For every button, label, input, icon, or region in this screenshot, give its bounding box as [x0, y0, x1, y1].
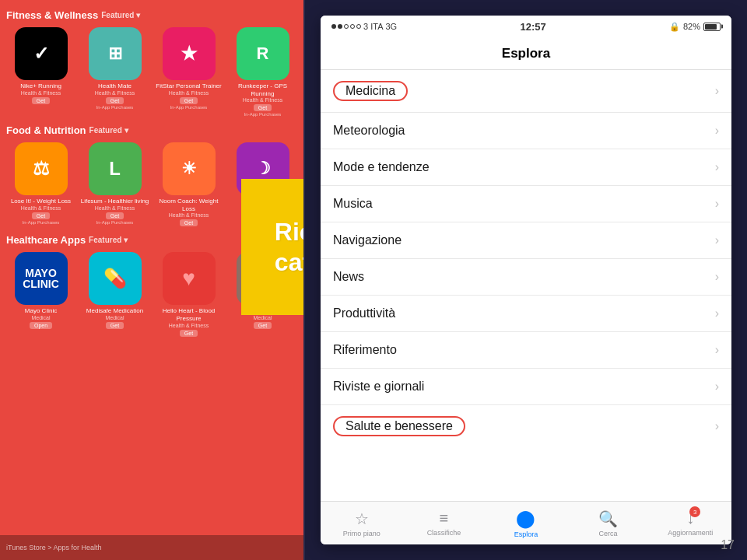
app-icon-medisafe: 💊 — [89, 252, 142, 305]
tab-label-aggiornamenti: Aggiornamenti — [668, 529, 713, 537]
right-panel: 3 ITA 3G 12:57 🔒 82% Esplora Medicina › — [321, 16, 731, 544]
category-item-riviste[interactable]: Riviste e giornali › — [321, 369, 731, 405]
app-icon-hello: ♥ — [163, 252, 216, 305]
tab-aggiornamenti[interactable]: ↓ 3 Aggiornamenti — [649, 509, 731, 537]
chevron-riviste: › — [715, 380, 719, 394]
app-icon-noom: ☀ — [163, 142, 216, 195]
app-icon-mayo: MAYOCLINIC — [15, 252, 68, 305]
carrier-label: 3 ITA — [363, 22, 383, 31]
app-item-nike: ✓ Nike+ Running Health & Fitness Get — [6, 27, 75, 117]
app-item-loseit: ⚖ Lose It! - Weight Loss Health & Fitnes… — [6, 142, 75, 226]
slide-container: Fitness & Wellness Featured ▾ ✓ Nike+ Ru… — [0, 0, 747, 560]
slide-number: 17 — [721, 538, 735, 552]
tab-label-classifiche: Classifiche — [427, 529, 461, 537]
category-item-riferimento[interactable]: Riferimento › — [321, 332, 731, 369]
chevron-riferimento: › — [715, 343, 719, 357]
chevron-produttivita: › — [715, 306, 719, 320]
get-btn-hello[interactable]: Get — [180, 330, 198, 337]
compass-icon: ⬤ — [516, 509, 535, 529]
chevron-mode: › — [715, 160, 719, 174]
status-time: 12:57 — [520, 21, 545, 33]
category-item-medicina[interactable]: Medicina › — [321, 70, 731, 113]
app-name-nike: Nike+ Running — [20, 82, 61, 90]
battery-icon — [703, 23, 721, 31]
list-icon: ≡ — [440, 509, 449, 527]
signal-dots — [331, 24, 361, 29]
panel-separator — [303, 0, 305, 560]
category-list[interactable]: Medicina › Meteorologia › Mode e tendenz… — [321, 70, 731, 501]
left-panel: Fitness & Wellness Featured ▾ ✓ Nike+ Ru… — [0, 0, 303, 560]
section-fitness-header: Fitness & Wellness Featured ▾ — [6, 9, 297, 21]
app-icon-health: ⊞ — [89, 27, 142, 80]
app-item-health: ⊞ Health Mate Health & Fitness Get In-Ap… — [80, 27, 149, 117]
signal-dot-4 — [350, 24, 355, 29]
app-icon-fitstar: ★ — [163, 27, 216, 80]
app-icon-nike: ✓ — [15, 27, 68, 80]
tab-label-primo: Primo piano — [343, 530, 381, 537]
app-icon-loseit: ⚖ — [15, 142, 68, 195]
app-item-runkeeper: R Runkeeper - GPS Running Health & Fitne… — [228, 27, 297, 117]
category-label-mode: Mode e tendenze — [333, 160, 430, 174]
nav-title: Esplora — [502, 46, 550, 61]
chevron-navigazione: › — [715, 233, 719, 247]
get-btn-runkeeper[interactable]: Get — [254, 104, 272, 111]
battery-fill — [705, 24, 717, 30]
tab-primo-piano[interactable]: ☆ Primo piano — [321, 509, 403, 537]
signal-dot-1 — [331, 24, 336, 29]
app-item-lifesum: L Lifesum - Healthier living Health & Fi… — [80, 142, 149, 226]
category-label-salute: Salute e benessere — [333, 416, 465, 436]
category-item-produttivita[interactable]: Produttività › — [321, 296, 731, 332]
category-label-medicina: Medicina — [333, 81, 408, 101]
category-label-meteorologia: Meteorologia — [333, 124, 405, 138]
itunes-bottom-bar: iTunes Store > Apps for Health — [0, 535, 303, 560]
chevron-meteorologia: › — [715, 124, 719, 138]
chevron-medicina: › — [715, 84, 719, 98]
tab-bar: ☆ Primo piano ≡ Classifiche ⬤ Esplora 🔍 … — [321, 501, 731, 544]
update-badge: 3 — [689, 506, 700, 517]
signal-dot-3 — [344, 24, 349, 29]
tab-label-esplora: Esplora — [514, 530, 538, 538]
category-label-musica: Musica — [333, 197, 373, 211]
category-label-produttivita: Produttività — [333, 306, 395, 320]
signal-dot-5 — [356, 24, 361, 29]
get-btn-health[interactable]: Get — [106, 97, 124, 104]
yellow-overlay-box: Ricerca per categoria — [241, 179, 303, 315]
get-btn-noom[interactable]: Get — [180, 219, 198, 226]
app-icon-lifesum: L — [89, 142, 142, 195]
get-btn-lifesum[interactable]: Get — [106, 212, 124, 219]
overlay-text: Ricerca per categoria — [275, 217, 303, 277]
get-btn-fitstar[interactable]: Get — [180, 97, 198, 104]
signal-dot-2 — [338, 24, 342, 29]
category-item-meteorologia[interactable]: Meteorologia › — [321, 113, 731, 149]
get-btn-nike[interactable]: Get — [32, 97, 50, 104]
nav-bar: Esplora — [321, 37, 731, 70]
update-icon: ↓ 3 — [686, 509, 694, 527]
category-label-navigazione: Navigazione — [333, 233, 402, 247]
get-btn-mychart[interactable]: Get — [254, 322, 272, 329]
network-label: 3G — [385, 22, 397, 31]
category-item-navigazione[interactable]: Navigazione › — [321, 222, 731, 259]
chevron-news: › — [715, 270, 719, 284]
tab-cerca[interactable]: 🔍 Cerca — [567, 509, 650, 537]
category-item-musica[interactable]: Musica › — [321, 186, 731, 222]
get-btn-loseit[interactable]: Get — [32, 212, 50, 219]
app-icon-runkeeper: R — [237, 27, 289, 80]
get-btn-medisafe[interactable]: Get — [106, 322, 124, 329]
status-right: 🔒 82% — [669, 22, 721, 32]
fitness-apps-grid: ✓ Nike+ Running Health & Fitness Get ⊞ H… — [6, 27, 297, 117]
tab-classifiche[interactable]: ≡ Classifiche — [403, 509, 486, 537]
open-btn-mayo[interactable]: Open — [30, 322, 52, 329]
category-item-mode[interactable]: Mode e tendenze › — [321, 149, 731, 186]
category-item-salute[interactable]: Salute e benessere › — [321, 405, 731, 447]
lock-icon: 🔒 — [669, 22, 680, 32]
category-item-news[interactable]: News › — [321, 259, 731, 296]
tab-label-cerca: Cerca — [599, 530, 618, 537]
category-label-news: News — [333, 270, 364, 284]
app-item-medisafe: 💊 Medisafe Medication Medical Get — [80, 252, 149, 336]
app-item-noom: ☀ Noom Coach: Weight Loss Health & Fitne… — [154, 142, 223, 226]
battery-percent: 82% — [683, 22, 700, 31]
app-item-fitstar: ★ FitStar Personal Trainer Health & Fitn… — [154, 27, 223, 117]
chevron-musica: › — [715, 197, 719, 211]
chevron-salute: › — [715, 419, 719, 433]
tab-esplora[interactable]: ⬤ Esplora — [485, 509, 567, 538]
